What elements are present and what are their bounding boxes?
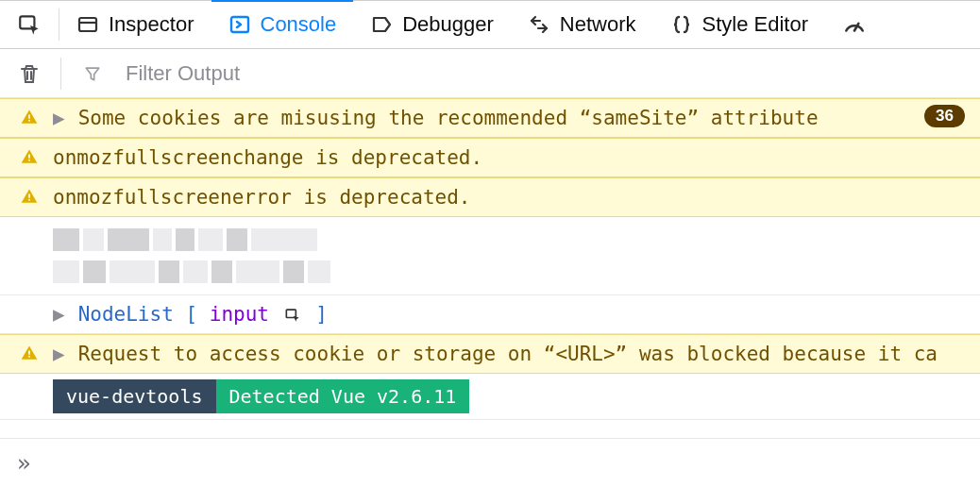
vue-devtools-badge: vue-devtools Detected Vue v2.6.11 [53,379,469,413]
bracket-close: ] [315,303,328,326]
warning-row-deprec2[interactable]: onmozfullscreenerror is deprecated. [0,177,980,217]
repeat-count-badge: 36 [924,105,965,127]
svg-rect-11 [28,155,30,159]
warning-icon [19,184,40,206]
nodelist-text: NodeList [ input ] [78,301,965,327]
prompt-chevron-icon: » [17,450,30,477]
warning-text: Request to access cookie or storage on “… [78,341,965,367]
vue-badge-label: vue-devtools [53,379,216,413]
tab-inspector[interactable]: Inspector [59,1,211,48]
warning-text: onmozfullscreenchange is deprecated. [53,144,965,171]
warning-row-storage[interactable]: ▶ Request to access cookie or storage on… [0,334,980,374]
tab-debugger-label: Debugger [402,12,494,37]
inspector-icon [76,13,99,36]
filter-input[interactable] [124,60,965,87]
bracket-open: [ [185,303,197,326]
tab-style-editor-label: Style Editor [702,12,809,37]
vue-badge-version: Detected Vue v2.6.11 [216,379,470,413]
inspect-node-icon[interactable] [283,306,302,325]
debugger-icon [370,13,393,36]
console-filter-bar [0,49,980,98]
redacted-content [53,227,330,285]
warning-icon [19,144,40,166]
svg-rect-9 [28,115,30,119]
console-icon [228,13,251,36]
nodelist-element: input [210,303,269,326]
tab-console[interactable]: Console [211,1,354,48]
style-editor-icon [670,13,693,36]
tab-performance[interactable] [825,1,867,48]
network-icon [528,13,550,36]
console-input-row[interactable]: » [0,438,980,487]
svg-rect-13 [28,194,30,198]
performance-icon [842,12,867,37]
tab-console-label: Console [261,12,337,37]
warning-row-cookies[interactable]: ▶ Some cookies are misusing the recommen… [0,98,980,138]
warning-text: onmozfullscreenerror is deprecated. [53,184,965,210]
toolbox-tabbar: Inspector Console Debugger [0,0,980,49]
svg-rect-1 [79,18,96,31]
tab-inspector-label: Inspector [109,12,194,37]
divider [60,58,61,90]
warning-icon [19,105,40,126]
tab-style-editor[interactable]: Style Editor [653,1,826,48]
expand-arrow-icon[interactable]: ▶ [53,301,65,327]
svg-rect-16 [28,351,30,355]
nodelist-keyword: NodeList [78,303,174,326]
warning-icon [19,341,40,362]
log-row-nodelist[interactable]: ▶ NodeList [ input ] [0,295,980,334]
svg-rect-10 [28,120,30,122]
log-row-vue[interactable]: vue-devtools Detected Vue v2.6.11 [0,374,980,420]
pick-element-icon [17,12,42,37]
warning-row-deprec1[interactable]: onmozfullscreenchange is deprecated. [0,138,980,177]
filter-icon [78,59,107,88]
pick-element-button[interactable] [0,1,59,48]
clear-console-button[interactable] [15,59,43,88]
expand-arrow-icon[interactable]: ▶ [53,105,65,131]
svg-rect-17 [28,356,30,358]
svg-rect-14 [28,199,30,201]
log-row-redacted[interactable] [0,217,980,295]
tab-network-label: Network [560,12,636,37]
warning-text: Some cookies are misusing the recommende… [78,105,911,131]
svg-rect-12 [28,160,30,161]
expand-arrow-icon[interactable]: ▶ [53,341,65,367]
console-messages: ▶ Some cookies are misusing the recommen… [0,98,980,438]
devtools-panel: Inspector Console Debugger [0,0,980,487]
tab-debugger[interactable]: Debugger [353,1,511,48]
tab-network[interactable]: Network [511,1,653,48]
